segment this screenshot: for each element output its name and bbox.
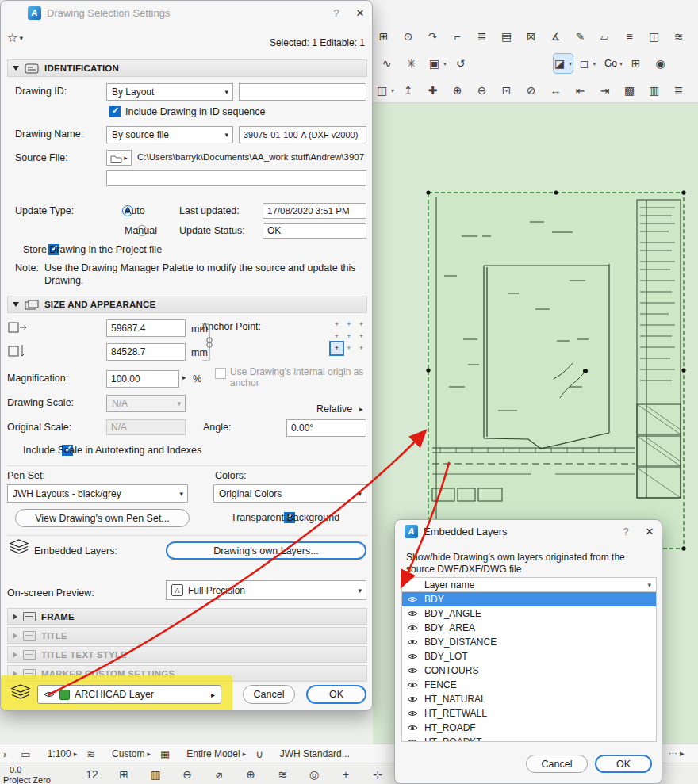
HT_NATURAL[interactable]: HT_NATURAL xyxy=(402,692,656,706)
eye-icon[interactable] xyxy=(407,709,418,717)
HT_ROADKT[interactable]: HT_ROADKT xyxy=(402,735,656,742)
eye-icon[interactable] xyxy=(407,638,418,646)
anchor-cell[interactable]: + xyxy=(355,330,367,342)
eye-icon[interactable] xyxy=(44,690,55,698)
add-pen-icon[interactable]: ✚ xyxy=(425,81,444,100)
layer-list-icon[interactable]: ≣ xyxy=(671,81,690,100)
bottom-toolbar-overflow[interactable]: ⋯ ▸ xyxy=(669,748,685,759)
HT_RETWALL[interactable]: HT_RETWALL xyxy=(402,706,656,721)
dialog-titlebar[interactable]: A Embedded Layers ? ✕ xyxy=(395,520,662,542)
angle-dim-icon[interactable]: ∡ xyxy=(548,27,567,46)
section-header[interactable]: TITLE xyxy=(7,627,367,644)
eye-icon[interactable] xyxy=(407,738,418,742)
pen-weight-icon[interactable]: 12 xyxy=(82,765,102,784)
go-button[interactable]: Go▾ xyxy=(603,54,623,73)
ok-button[interactable]: OK xyxy=(595,755,652,773)
layer-list-header[interactable]: Layer name xyxy=(401,577,657,592)
anchor-cell[interactable]: + xyxy=(355,318,367,330)
drawing-id-mode-select[interactable]: By Layout xyxy=(106,83,233,101)
layout-book-icon[interactable]: ⊞ xyxy=(628,54,647,73)
FENCE[interactable]: FENCE xyxy=(402,678,656,692)
section-header[interactable]: TITLE TEXT STYLE xyxy=(7,646,367,663)
drawing-scale-select[interactable]: N/A xyxy=(106,395,186,412)
eye-icon[interactable] xyxy=(407,624,418,632)
onscreen-preview-select[interactable]: A Full Precision xyxy=(166,580,366,600)
anchor-cell[interactable]: + xyxy=(343,318,355,330)
fill-icon[interactable]: ▩ xyxy=(622,81,641,100)
column-icon[interactable]: ≣ xyxy=(474,27,493,46)
standard-pen-icon[interactable]: ∪ xyxy=(255,748,268,760)
plant-icon[interactable]: ✳ xyxy=(404,54,423,73)
guide-lines-icon[interactable]: ≋ xyxy=(273,765,292,784)
eye-icon[interactable] xyxy=(407,652,418,660)
height-input[interactable]: 84528.7 xyxy=(106,343,186,361)
snap-plus-icon[interactable]: ⊕ xyxy=(241,765,260,784)
align-left-icon[interactable]: ⇤ xyxy=(573,81,592,100)
save-icon[interactable]: ◫▾ xyxy=(376,81,395,100)
BDY_DISTANCE[interactable]: BDY_DISTANCE xyxy=(402,635,656,649)
standard-select[interactable]: JWH Standard... xyxy=(278,748,352,759)
link-dimensions-icon[interactable] xyxy=(201,319,213,365)
layout-grid-icon[interactable]: ⊞ xyxy=(114,765,133,784)
publish-icon[interactable]: ↥ xyxy=(401,81,420,100)
zoom-scale-select[interactable]: 1:100▸ xyxy=(45,748,78,759)
magnification-input[interactable]: 100.00 xyxy=(106,370,179,388)
fit-view-icon[interactable]: ⊡ xyxy=(499,81,518,100)
previous-view-icon[interactable]: ⊘ xyxy=(524,81,543,100)
layer-settings-icon[interactable] xyxy=(10,684,31,700)
delete-icon[interactable]: ⊠ xyxy=(524,27,543,46)
BDY[interactable]: BDY xyxy=(402,592,656,606)
eraser-icon[interactable]: ▱ xyxy=(597,27,616,46)
layer-picker[interactable]: ARCHICAD Layer ▸ xyxy=(37,685,221,704)
dialog-titlebar[interactable]: A Drawing Selection Settings ? ✕ xyxy=(1,1,372,25)
help-button[interactable]: ? xyxy=(614,520,638,542)
drawing-name-input[interactable]: 39075-01-100-A (DXF v2000) xyxy=(239,126,366,143)
cancel-button[interactable]: Cancel xyxy=(243,685,295,704)
help-button[interactable]: ? xyxy=(324,1,348,25)
document-icon[interactable]: ▤ xyxy=(499,27,518,46)
eye-icon[interactable] xyxy=(407,610,418,618)
pen-icon[interactable]: ✎ xyxy=(573,27,592,46)
anchor-cell[interactable]: + xyxy=(355,342,367,354)
eye-icon[interactable] xyxy=(407,595,418,603)
align-right-icon[interactable]: ⇥ xyxy=(597,81,616,100)
paperclip-icon[interactable]: ∿ xyxy=(379,54,398,73)
anchor-cell[interactable]: + xyxy=(331,318,343,330)
magnification-flyout-icon[interactable]: ▸ xyxy=(182,373,186,381)
display-options-icon[interactable]: ▭ xyxy=(21,748,35,760)
ok-button[interactable]: OK xyxy=(306,685,366,704)
zoom-in-icon[interactable]: ⊕ xyxy=(450,81,469,100)
camera-icon[interactable]: ◉ xyxy=(653,54,672,73)
BDY_ANGLE[interactable]: BDY_ANGLE xyxy=(402,606,656,621)
identification-section-header[interactable]: IDENTIFICATION xyxy=(7,59,367,77)
eye-icon[interactable] xyxy=(407,667,418,675)
zoom-out-icon[interactable]: ⊖ xyxy=(474,81,493,100)
picture-tool-icon[interactable]: ◪▾ xyxy=(554,54,573,73)
model-view-select[interactable]: Entire Model▸ xyxy=(184,748,246,759)
snap-minus-icon[interactable]: ⊖ xyxy=(178,765,197,784)
rotate-icon[interactable]: ↺ xyxy=(453,54,472,73)
spline-icon[interactable]: ↷ xyxy=(425,27,444,46)
anchor-cell-selected[interactable]: + xyxy=(331,342,343,354)
expand-chevron[interactable]: › xyxy=(3,748,11,760)
figure-icon[interactable]: ▣▾ xyxy=(428,54,447,73)
use-origin-checkbox[interactable] xyxy=(215,368,226,379)
drawing-name-mode-select[interactable]: By source file xyxy=(106,126,233,143)
BDY_AREA[interactable]: BDY_AREA xyxy=(402,621,656,635)
close-button[interactable]: ✕ xyxy=(638,520,662,542)
eye-icon[interactable] xyxy=(407,695,418,703)
snap-target-icon[interactable]: ◎ xyxy=(305,765,324,784)
colors-select[interactable]: Original Colors xyxy=(213,484,366,503)
section-header[interactable]: FRAME xyxy=(7,608,367,625)
pan-icon[interactable]: ↔ xyxy=(548,81,567,100)
close-button[interactable]: ✕ xyxy=(348,1,372,25)
grid-tool-icon[interactable]: ⊞ xyxy=(376,27,395,46)
align-icon[interactable]: ≡ xyxy=(622,27,641,46)
drawing-id-input[interactable] xyxy=(239,83,366,101)
BDY_LOT[interactable]: BDY_LOT xyxy=(402,649,656,664)
source-file-browse-button[interactable]: ▸ xyxy=(106,150,132,166)
anchor-cell[interactable]: + xyxy=(343,342,355,354)
view-pen-set-button[interactable]: View Drawing's own Pen Set... xyxy=(15,509,190,527)
pen-set-icon[interactable]: ≋ xyxy=(86,748,100,760)
mirror-icon[interactable]: ◫ xyxy=(646,27,665,46)
